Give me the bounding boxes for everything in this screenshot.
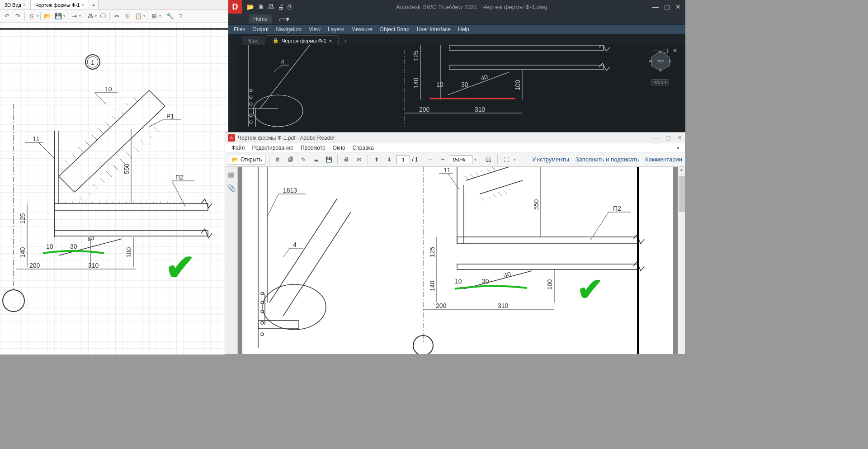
wrench-icon[interactable]: 🔧 xyxy=(165,11,175,21)
svg-text:W: W xyxy=(649,59,652,63)
svg-line-17 xyxy=(119,109,124,115)
svg-text:TOP: TOP xyxy=(657,60,664,63)
minimize-icon[interactable]: — xyxy=(653,134,659,141)
reader-toolbar: 📂Открыть 🗎 🗐 ✎ ☁ 💾 🖶 ✉ ⬆ ⬇ / 1 − + ▾ 🕮 ⛶… xyxy=(225,152,685,167)
menu-edit[interactable]: Редактирование xyxy=(249,145,297,151)
scrollbar-thumb[interactable] xyxy=(679,176,685,212)
svg-line-7 xyxy=(149,90,165,106)
print-icon[interactable]: 🖶 xyxy=(85,11,95,21)
ribbon-tab-home[interactable]: Home xyxy=(249,14,272,24)
minimize-icon[interactable]: — xyxy=(652,3,659,10)
export-icon[interactable]: ⇥ xyxy=(69,11,79,21)
zoom-input[interactable] xyxy=(450,155,472,164)
wcs-badge[interactable]: WCS ▾ xyxy=(651,79,669,85)
menu-help[interactable]: Справка xyxy=(349,145,377,151)
trueview-canvas[interactable]: 4 125 140 100 10 30 40 200 310 xyxy=(237,45,685,132)
svg-text:10: 10 xyxy=(436,81,443,88)
sign-icon[interactable]: ✎ xyxy=(298,154,309,165)
redo-icon[interactable]: ↷ xyxy=(13,11,23,21)
close-icon[interactable]: × xyxy=(81,2,84,7)
open-button[interactable]: 📂Открыть xyxy=(228,155,266,165)
left-drawing-canvas[interactable]: 1 xyxy=(0,23,228,354)
close-icon[interactable]: ✕ xyxy=(677,134,682,141)
menu-view[interactable]: Просмотр xyxy=(297,145,329,151)
cloud-icon[interactable]: ☁ xyxy=(311,154,321,165)
svg-line-161 xyxy=(448,174,459,189)
doctab-start[interactable]: Start xyxy=(242,36,265,45)
menu-navigation[interactable]: Navigation xyxy=(272,26,305,33)
page-number-input[interactable] xyxy=(396,155,410,164)
menu-files[interactable]: Files xyxy=(230,26,249,33)
restore-icon[interactable]: ▢ xyxy=(663,47,668,54)
print-icon[interactable]: 🖶 xyxy=(268,3,274,10)
read-mode-icon[interactable]: 🕮 xyxy=(483,154,494,165)
attachment-icon[interactable]: 📎 xyxy=(227,184,236,192)
comments-link[interactable]: Комментарии xyxy=(645,156,682,163)
maximize-icon[interactable]: ▢ xyxy=(664,3,670,10)
tab-add-button[interactable]: + xyxy=(89,0,99,9)
close-icon[interactable]: ✕ xyxy=(675,3,681,10)
inner-window-controls: —▢✕ xyxy=(653,47,677,54)
preview-icon[interactable]: 🖵 xyxy=(98,11,108,21)
tab-3d-view[interactable]: 3D Вид× xyxy=(0,0,31,9)
email-icon[interactable]: ✉ xyxy=(354,154,364,165)
zoom-out-icon[interactable]: − xyxy=(425,154,435,165)
menu-help[interactable]: Help xyxy=(454,26,473,33)
svg-text:11: 11 xyxy=(443,167,451,174)
maximize-icon[interactable]: ▢ xyxy=(665,134,671,141)
app-logo-icon[interactable]: D xyxy=(228,0,242,14)
menu-close-icon[interactable]: × xyxy=(674,145,682,151)
checkmark-icon: ✔ xyxy=(165,246,195,288)
save-icon[interactable]: 🗎 xyxy=(258,3,264,10)
svg-text:10: 10 xyxy=(46,243,53,250)
next-page-icon[interactable]: ⬇ xyxy=(384,154,395,165)
plot-icon[interactable]: 🖨 xyxy=(278,3,284,10)
copy-icon[interactable]: ⎘ xyxy=(27,11,37,21)
panel-icon[interactable]: ▭▾ xyxy=(279,15,289,24)
convert-icon[interactable]: 🗐 xyxy=(285,154,296,165)
svg-text:S: S xyxy=(659,68,661,71)
undo-icon[interactable]: ↶ xyxy=(2,11,12,21)
svg-text:550: 550 xyxy=(123,163,130,174)
copy2-icon[interactable]: ⎘ xyxy=(123,11,132,21)
menu-view[interactable]: View xyxy=(305,26,324,33)
menu-file[interactable]: Файл xyxy=(228,145,249,151)
minimize-icon[interactable]: — xyxy=(653,47,659,54)
menu-window[interactable]: Окно xyxy=(329,145,349,151)
tools-link[interactable]: Инструменты xyxy=(533,156,569,163)
save-icon[interactable]: 💾 xyxy=(53,11,63,21)
save-icon[interactable]: 💾 xyxy=(323,154,334,165)
paste-icon[interactable]: 📋 xyxy=(133,11,143,21)
open-icon[interactable]: 📂 xyxy=(246,3,254,10)
print-icon[interactable]: 🖶 xyxy=(341,154,352,165)
doctab-add-button[interactable]: + xyxy=(340,36,351,45)
trueview-titlebar: D 📂 🗎 🖶 🖨 ⎙ Autodesk DWG TrueView 2021 Ч… xyxy=(228,0,685,14)
close-icon[interactable]: ✕ xyxy=(673,47,677,54)
fill-sign-link[interactable]: Заполнить и подписать xyxy=(576,156,639,163)
thumbnails-icon[interactable]: ▦ xyxy=(228,170,235,179)
close-icon[interactable]: × xyxy=(23,2,26,7)
menu-measure[interactable]: Measure xyxy=(348,26,376,33)
reader-canvas[interactable]: 4 1813 xyxy=(238,167,678,354)
publish-icon[interactable]: ⎙ xyxy=(288,3,291,10)
open-icon[interactable]: 📂 xyxy=(42,11,52,21)
svg-line-152 xyxy=(481,170,485,174)
help-icon[interactable]: ? xyxy=(176,11,186,21)
menu-layers[interactable]: Layers xyxy=(324,26,348,33)
svg-line-150 xyxy=(470,174,474,178)
lock-icon: 🔒 xyxy=(273,38,279,43)
menu-output[interactable]: Output xyxy=(249,26,272,33)
doctab-drawing[interactable]: 🔒Чертеж фермы Ф-1× xyxy=(266,35,339,45)
tab-drawing[interactable]: Чертеж фермы Ф-1× xyxy=(31,0,89,9)
prev-page-icon[interactable]: ⬆ xyxy=(371,154,382,165)
zoom-in-icon[interactable]: + xyxy=(437,154,448,165)
cut-icon[interactable]: ✂ xyxy=(112,11,122,21)
find-icon[interactable]: ⊞ xyxy=(149,11,159,21)
create-pdf-icon[interactable]: 🗎 xyxy=(273,154,283,165)
svg-text:4: 4 xyxy=(281,58,284,66)
scrollbar[interactable]: ▴ xyxy=(678,167,685,354)
fullscreen-icon[interactable]: ⛶ xyxy=(501,154,512,165)
menu-osnap[interactable]: Object Snap xyxy=(376,26,413,33)
close-icon[interactable]: × xyxy=(329,38,332,43)
menu-ui[interactable]: User Interface xyxy=(413,26,454,33)
